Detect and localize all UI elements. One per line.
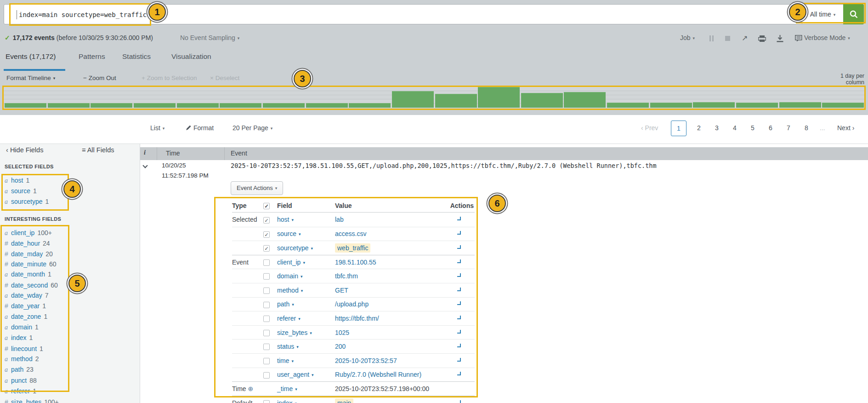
field-actions-chevron-icon[interactable] [457, 330, 461, 334]
field-name-link[interactable]: _time▾ [277, 385, 297, 392]
search-input[interactable]: index=main sourcetype=web_traffic [4, 4, 864, 24]
pagination-page-6[interactable]: 6 [766, 124, 775, 132]
list-view-menu[interactable]: List▾ [150, 124, 165, 132]
pagination-page-3[interactable]: 3 [712, 124, 721, 132]
timeline-bar[interactable] [822, 103, 864, 108]
tab-visualization[interactable]: Visualization [171, 52, 211, 61]
share-icon[interactable]: ↗ [742, 34, 748, 42]
stop-job-icon[interactable] [725, 36, 730, 41]
field-value[interactable]: 1025 [335, 329, 349, 336]
field-name-link[interactable]: method▾ [277, 287, 303, 294]
field-value[interactable]: GET [335, 287, 348, 294]
sidebar-field-date_second[interactable]: #date_second60 [5, 280, 138, 290]
field-actions-chevron-icon[interactable] [457, 273, 461, 277]
deselect-button[interactable]: × Deselect [210, 75, 239, 81]
timeline-bar[interactable] [478, 87, 520, 108]
timeline-bar[interactable] [5, 103, 46, 108]
field-name-link[interactable]: path▾ [277, 300, 294, 308]
tab-statistics[interactable]: Statistics [122, 52, 151, 61]
pagination-page-7[interactable]: 7 [784, 124, 793, 132]
field-name-link[interactable]: index▾ [277, 399, 297, 403]
pagination-page-5[interactable]: 5 [748, 124, 757, 132]
field-value[interactable]: Ruby/2.7.0 (Webshell Runner) [335, 371, 421, 378]
print-icon[interactable] [758, 35, 766, 44]
sidebar-field-source[interactable]: asource1 [5, 186, 138, 196]
field-value[interactable]: web_traffic [335, 243, 370, 253]
field-select-checkbox[interactable]: ✓ [263, 259, 270, 266]
timeline-bar[interactable] [435, 94, 477, 108]
sidebar-field-date_zone[interactable]: adate_zone1 [5, 311, 138, 322]
field-name-link[interactable]: status▾ [277, 343, 299, 350]
field-name-link[interactable]: size_bytes▾ [277, 329, 312, 336]
field-actions-chevron-icon[interactable] [457, 217, 461, 220]
timeline-bar[interactable] [607, 103, 649, 108]
field-select-checkbox[interactable]: ✓ [263, 344, 270, 350]
timeline-bar[interactable] [220, 103, 261, 108]
timeline-bar[interactable] [564, 92, 606, 108]
field-actions-chevron-icon[interactable] [457, 344, 461, 347]
field-value[interactable]: 2025-10-20T23:52:57.198+00:00 [335, 385, 429, 392]
search-query-text[interactable]: index=main sourcetype=web_traffic [19, 5, 147, 25]
field-select-checkbox[interactable]: ✓ [263, 316, 270, 322]
search-mode-menu[interactable]: Verbose Mode▾ [804, 34, 850, 41]
event-raw-text[interactable]: 2025-10-20T23:52:57,198.51.100.55,GET,/u… [231, 162, 657, 169]
zoom-out-button[interactable]: − Zoom Out [83, 75, 116, 81]
format-timeline-menu[interactable]: Format Timeline▾ [6, 75, 55, 81]
field-value[interactable]: 200 [335, 343, 346, 350]
field-select-checkbox[interactable]: ✓ [263, 273, 270, 280]
field-actions-chevron-icon[interactable] [457, 400, 461, 403]
field-select-checkbox[interactable]: ✓ [263, 372, 270, 378]
timeline-bar[interactable] [650, 103, 692, 108]
timeline-bar[interactable] [349, 103, 391, 108]
timeline-bar[interactable] [91, 103, 132, 108]
field-select-checkbox[interactable]: ✓ [263, 302, 270, 308]
event-sampling-menu[interactable]: No Event Sampling▾ [180, 34, 239, 41]
tab-events[interactable]: Events (17,172) [6, 52, 56, 61]
field-actions-chevron-icon[interactable] [457, 231, 461, 235]
zoom-to-selection-button[interactable]: + Zoom to Selection [142, 75, 197, 81]
timeline-bar[interactable] [177, 103, 219, 108]
per-page-menu[interactable]: 20 Per Page▾ [233, 124, 272, 132]
timeline-bar[interactable] [392, 91, 434, 108]
field-actions-chevron-icon[interactable] [457, 245, 461, 249]
event-actions-button[interactable]: Event Actions▾ [231, 181, 283, 195]
field-value[interactable]: https://tbfc.thm/ [335, 315, 379, 322]
field-value[interactable]: access.csv [335, 230, 366, 237]
field-name-link[interactable]: time▾ [277, 357, 294, 364]
field-name-link[interactable]: domain▾ [277, 272, 302, 280]
field-value[interactable]: tbfc.thm [335, 272, 358, 280]
field-actions-chevron-icon[interactable] [457, 301, 461, 305]
timeline-bar[interactable] [521, 93, 563, 108]
field-actions-chevron-icon[interactable] [457, 288, 461, 291]
field-value[interactable]: lab [335, 216, 344, 223]
sidebar-field-punct[interactable]: apunct88 [5, 375, 138, 386]
job-menu[interactable]: Job▾ [680, 34, 695, 41]
timeline-histogram[interactable] [4, 87, 864, 108]
pagination-page-2[interactable]: 2 [694, 124, 703, 132]
pagination-page-8[interactable]: 8 [802, 124, 811, 132]
field-value[interactable]: 2025-10-20T23:52:57 [335, 357, 397, 364]
sidebar-field-date_wday[interactable]: adate_wday7 [5, 290, 138, 301]
sidebar-field-date_mday[interactable]: #date_mday20 [5, 249, 138, 259]
format-results-button[interactable]: Format [186, 124, 214, 132]
timeline-bar[interactable] [693, 102, 735, 108]
field-select-checkbox[interactable]: ✓ [263, 231, 270, 238]
sidebar-field-client_ip[interactable]: aclient_ip100+ [5, 228, 138, 238]
field-name-link[interactable]: user_agent▾ [277, 371, 314, 378]
sidebar-field-date_month[interactable]: adate_month1 [5, 269, 138, 280]
time-range-picker[interactable]: All time▾ [802, 5, 843, 24]
sidebar-field-date_hour[interactable]: #date_hour24 [5, 238, 138, 248]
timeline-bar[interactable] [48, 103, 90, 108]
field-value[interactable]: 198.51.100.55 [335, 259, 376, 266]
field-select-checkbox[interactable]: ✓ [263, 288, 270, 294]
sidebar-field-date_minute[interactable]: #date_minute60 [5, 259, 138, 269]
add-to-table-icon[interactable]: ⊕ [248, 385, 254, 392]
search-button[interactable] [843, 4, 864, 24]
field-name-link[interactable]: client_ip▾ [277, 259, 305, 266]
sidebar-field-host[interactable]: ahost1 [5, 175, 138, 186]
pause-job-icon[interactable] [709, 35, 715, 43]
sidebar-field-domain[interactable]: adomain1 [5, 322, 138, 333]
field-name-link[interactable]: source▾ [277, 230, 301, 237]
hide-fields-button[interactable]: ‹ Hide Fields [6, 146, 43, 154]
sidebar-field-index[interactable]: aindex1 [5, 333, 138, 343]
